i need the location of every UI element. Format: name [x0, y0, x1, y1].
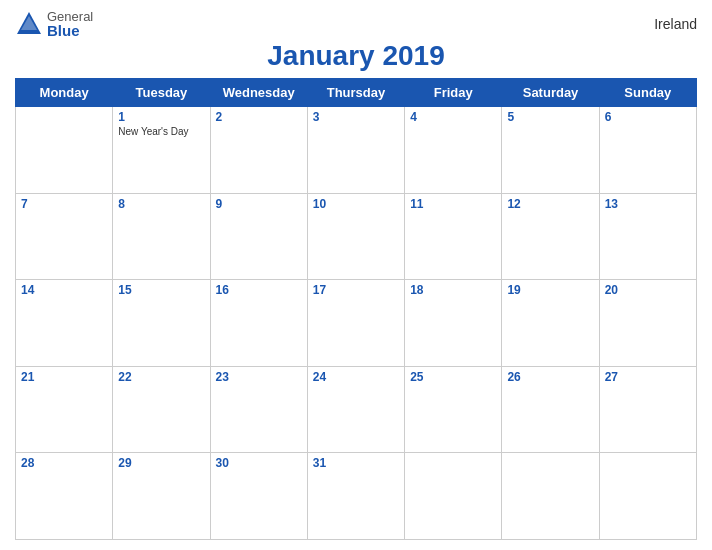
date-number: 4	[410, 110, 496, 124]
date-number: 18	[410, 283, 496, 297]
date-number: 22	[118, 370, 204, 384]
date-number: 26	[507, 370, 593, 384]
calendar-cell: 29	[113, 453, 210, 540]
day-header-wednesday: Wednesday	[210, 79, 307, 107]
calendar-cell: 13	[599, 193, 696, 280]
calendar-title: January 2019	[15, 40, 697, 72]
calendar-cell: 6	[599, 107, 696, 194]
country-label: Ireland	[654, 16, 697, 32]
calendar: MondayTuesdayWednesdayThursdayFridaySatu…	[15, 78, 697, 540]
date-number: 30	[216, 456, 302, 470]
date-number: 28	[21, 456, 107, 470]
header-row: MondayTuesdayWednesdayThursdayFridaySatu…	[16, 79, 697, 107]
calendar-cell	[16, 107, 113, 194]
date-number: 15	[118, 283, 204, 297]
calendar-cell: 2	[210, 107, 307, 194]
logo: General Blue	[15, 10, 93, 38]
calendar-cell: 31	[307, 453, 404, 540]
date-number: 31	[313, 456, 399, 470]
calendar-cell: 9	[210, 193, 307, 280]
calendar-cell: 26	[502, 366, 599, 453]
date-number: 11	[410, 197, 496, 211]
date-number: 1	[118, 110, 204, 124]
calendar-cell: 30	[210, 453, 307, 540]
calendar-cell: 14	[16, 280, 113, 367]
day-header-friday: Friday	[405, 79, 502, 107]
calendar-cell	[405, 453, 502, 540]
day-header-monday: Monday	[16, 79, 113, 107]
date-number: 16	[216, 283, 302, 297]
date-number: 20	[605, 283, 691, 297]
calendar-cell: 1New Year's Day	[113, 107, 210, 194]
day-header-saturday: Saturday	[502, 79, 599, 107]
date-number: 5	[507, 110, 593, 124]
calendar-cell: 20	[599, 280, 696, 367]
date-number: 19	[507, 283, 593, 297]
logo-header: General Blue Ireland	[15, 10, 697, 38]
calendar-cell: 22	[113, 366, 210, 453]
calendar-cell: 8	[113, 193, 210, 280]
calendar-cell: 15	[113, 280, 210, 367]
date-number: 13	[605, 197, 691, 211]
calendar-cell: 28	[16, 453, 113, 540]
calendar-cell: 25	[405, 366, 502, 453]
date-number: 7	[21, 197, 107, 211]
calendar-cell: 4	[405, 107, 502, 194]
calendar-cell: 27	[599, 366, 696, 453]
week-row-2: 78910111213	[16, 193, 697, 280]
calendar-cell: 11	[405, 193, 502, 280]
day-header-thursday: Thursday	[307, 79, 404, 107]
week-row-4: 21222324252627	[16, 366, 697, 453]
calendar-cell: 7	[16, 193, 113, 280]
date-number: 25	[410, 370, 496, 384]
calendar-cell: 24	[307, 366, 404, 453]
calendar-cell: 12	[502, 193, 599, 280]
holiday-name: New Year's Day	[118, 126, 204, 137]
date-number: 8	[118, 197, 204, 211]
calendar-cell: 3	[307, 107, 404, 194]
date-number: 10	[313, 197, 399, 211]
date-number: 6	[605, 110, 691, 124]
calendar-cell: 19	[502, 280, 599, 367]
calendar-cell: 23	[210, 366, 307, 453]
calendar-cell: 17	[307, 280, 404, 367]
date-number: 29	[118, 456, 204, 470]
calendar-cell: 21	[16, 366, 113, 453]
date-number: 23	[216, 370, 302, 384]
calendar-cell: 18	[405, 280, 502, 367]
date-number: 21	[21, 370, 107, 384]
logo-blue-text: Blue	[47, 23, 93, 38]
date-number: 14	[21, 283, 107, 297]
date-number: 9	[216, 197, 302, 211]
calendar-cell: 5	[502, 107, 599, 194]
date-number: 12	[507, 197, 593, 211]
date-number: 2	[216, 110, 302, 124]
calendar-cell	[502, 453, 599, 540]
week-row-3: 14151617181920	[16, 280, 697, 367]
date-number: 3	[313, 110, 399, 124]
week-row-5: 28293031	[16, 453, 697, 540]
week-row-1: 1New Year's Day23456	[16, 107, 697, 194]
logo-text: General Blue	[47, 10, 93, 38]
calendar-cell: 16	[210, 280, 307, 367]
calendar-cell: 10	[307, 193, 404, 280]
logo-icon	[15, 10, 43, 38]
date-number: 17	[313, 283, 399, 297]
date-number: 24	[313, 370, 399, 384]
calendar-cell	[599, 453, 696, 540]
day-header-tuesday: Tuesday	[113, 79, 210, 107]
date-number: 27	[605, 370, 691, 384]
day-header-sunday: Sunday	[599, 79, 696, 107]
